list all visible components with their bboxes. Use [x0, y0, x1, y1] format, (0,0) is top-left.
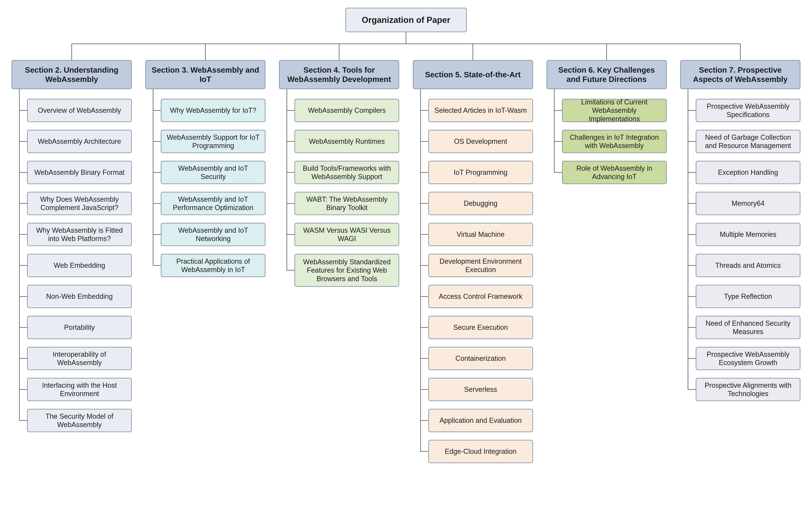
topic-node: Overview of WebAssembly [27, 99, 132, 122]
topic-node: Prospective Alignments with Technologies [696, 378, 801, 401]
columns-container: Section 2. Understanding WebAssemblyOver… [11, 60, 801, 463]
section-children: Selected Articles in IoT-WasmOS Developm… [413, 99, 533, 463]
topic-node: WABT: The WebAssembly Binary Toolkit [294, 192, 399, 215]
topic-node: OS Development [428, 130, 533, 153]
topic-node: Web Embedding [27, 254, 132, 277]
topic-node: Exception Handling [696, 161, 801, 184]
section-column: Section 7. Prospective Aspects of WebAss… [680, 60, 801, 463]
section-column: Section 4. Tools for WebAssembly Develop… [279, 60, 399, 463]
topic-node: Selected Articles in IoT-Wasm [428, 99, 533, 122]
topic-node: Serverless [428, 378, 533, 401]
topic-node: Debugging [428, 192, 533, 215]
section-children: Prospective WebAssembly SpecificationsNe… [680, 99, 801, 401]
topic-node: Build Tools/Frameworks with WebAssembly … [294, 161, 399, 184]
topic-node: Need of Garbage Collection and Resource … [696, 130, 801, 153]
topic-node: Portability [27, 316, 132, 339]
topic-node: Edge-Cloud Integration [428, 440, 533, 463]
topic-node: Interfacing with the Host Environment [27, 378, 132, 401]
topic-node: Interoperability of WebAssembly [27, 347, 132, 370]
section-header: Section 3. WebAssembly and IoT [145, 60, 265, 89]
topic-node: WebAssembly Compilers [294, 99, 399, 122]
section-header: Section 7. Prospective Aspects of WebAss… [680, 60, 801, 89]
topic-node: Role of WebAssembly in Advancing IoT [562, 161, 667, 184]
section-children: Overview of WebAssemblyWebAssembly Archi… [11, 99, 132, 432]
topic-node: WebAssembly and IoT Networking [161, 223, 265, 246]
section-header: Section 4. Tools for WebAssembly Develop… [279, 60, 399, 89]
topic-node: WebAssembly Binary Format [27, 161, 132, 184]
topic-node: Limitations of Current WebAssembly Imple… [562, 99, 667, 122]
topic-node: Practical Applications of WebAssembly in… [161, 254, 265, 277]
topic-node: Secure Execution [428, 316, 533, 339]
topic-node: Containerization [428, 347, 533, 370]
topic-node: Why WebAssembly for IoT? [161, 99, 265, 122]
topic-node: Need of Enhanced Security Measures [696, 316, 801, 339]
topic-node: The Security Model of WebAssembly [27, 409, 132, 432]
topic-node: Access Control Framework [428, 285, 533, 308]
section-children: Why WebAssembly for IoT?WebAssembly Supp… [145, 99, 265, 277]
root-node: Organization of Paper [345, 8, 467, 32]
section-header: Section 5. State-of-the-Art [413, 60, 533, 89]
topic-node: WebAssembly Support for IoT Programming [161, 130, 265, 153]
section-column: Section 6. Key Challenges and Future Dir… [547, 60, 667, 463]
topic-node: Prospective WebAssembly Ecosystem Growth [696, 347, 801, 370]
section-column: Section 3. WebAssembly and IoTWhy WebAss… [145, 60, 265, 463]
section-column: Section 5. State-of-the-ArtSelected Arti… [413, 60, 533, 463]
section-header: Section 6. Key Challenges and Future Dir… [547, 60, 667, 89]
diagram-canvas: Organization of Paper Section 2. Underst… [0, 0, 812, 516]
section-children: WebAssembly CompilersWebAssembly Runtime… [279, 99, 399, 287]
section-column: Section 2. Understanding WebAssemblyOver… [11, 60, 132, 463]
topic-node: WebAssembly and IoT Performance Optimiza… [161, 192, 265, 215]
topic-node: WebAssembly Runtimes [294, 130, 399, 153]
topic-node: Challenges in IoT Integration with WebAs… [562, 130, 667, 153]
topic-node: Multiple Memories [696, 223, 801, 246]
topic-node: IoT Programming [428, 161, 533, 184]
topic-node: WASM Versus WASI Versus WAGI [294, 223, 399, 246]
topic-node: Virtual Machine [428, 223, 533, 246]
topic-node: WebAssembly and IoT Security [161, 161, 265, 184]
section-header: Section 2. Understanding WebAssembly [11, 60, 132, 89]
topic-node: WebAssembly Architecture [27, 130, 132, 153]
topic-node: Why Does WebAssembly Complement JavaScri… [27, 192, 132, 215]
topic-node: Application and Evaluation [428, 409, 533, 432]
topic-node: Development Environment Execution [428, 254, 533, 277]
topic-node: Prospective WebAssembly Specifications [696, 99, 801, 122]
topic-node: Why WebAssembly is Fitted into Web Platf… [27, 223, 132, 246]
topic-node: Memory64 [696, 192, 801, 215]
topic-node: WebAssembly Standardized Features for Ex… [294, 254, 399, 287]
topic-node: Threads and Atomics [696, 254, 801, 277]
topic-node: Non-Web Embedding [27, 285, 132, 308]
section-children: Limitations of Current WebAssembly Imple… [547, 99, 667, 184]
topic-node: Type Reflection [696, 285, 801, 308]
